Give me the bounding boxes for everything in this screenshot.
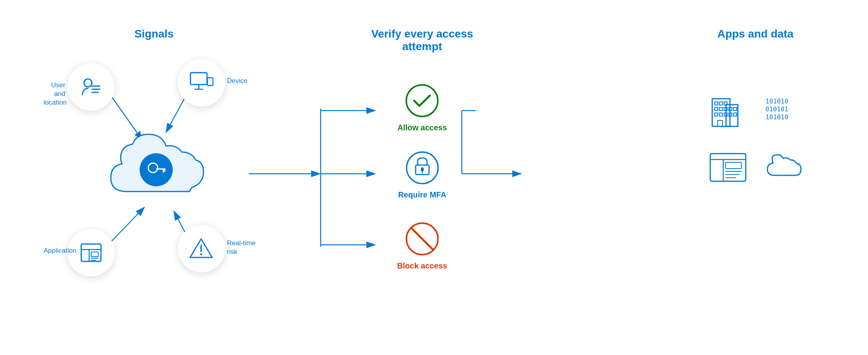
block-access-label: Block access xyxy=(397,261,447,270)
svg-rect-13 xyxy=(190,73,207,85)
svg-rect-62 xyxy=(726,162,741,169)
cloud-apps-icon xyxy=(763,154,803,183)
cloud-icon xyxy=(95,130,213,209)
application-icon xyxy=(79,241,103,265)
svg-rect-48 xyxy=(715,113,718,116)
svg-point-37 xyxy=(421,167,424,170)
user-location-label: User andlocation xyxy=(44,81,65,107)
user-list-icon xyxy=(79,75,103,99)
svg-rect-46 xyxy=(719,107,722,111)
apps-section: Apps and data xyxy=(687,20,825,336)
svg-rect-55 xyxy=(718,120,722,126)
svg-line-39 xyxy=(411,228,433,250)
block-access-item: Block access xyxy=(397,221,447,270)
svg-rect-59 xyxy=(710,154,746,181)
device-circle xyxy=(178,59,225,107)
require-mfa-item: Require MFA xyxy=(398,150,446,199)
require-mfa-label: Require MFA xyxy=(398,190,446,199)
allow-icon xyxy=(405,83,440,118)
realtime-risk-label: Real-timerisk xyxy=(227,239,256,256)
svg-text:101010: 101010 xyxy=(765,98,788,105)
svg-point-18 xyxy=(140,153,173,186)
svg-rect-43 xyxy=(719,102,722,105)
mfa-icon xyxy=(405,150,440,186)
apps-grid: 101010 010101 101010 xyxy=(708,91,803,185)
svg-text:010101: 010101 xyxy=(765,105,788,113)
user-location-circle xyxy=(67,63,115,111)
allow-access-label: Allow access xyxy=(398,123,447,132)
cloud-container xyxy=(95,130,213,209)
block-icon xyxy=(404,221,440,257)
device-icon xyxy=(189,72,214,94)
device-label: Device xyxy=(227,77,248,85)
signals-title: Signals xyxy=(134,28,174,40)
svg-rect-42 xyxy=(715,102,718,105)
application-label: Application xyxy=(44,247,77,255)
svg-rect-54 xyxy=(734,113,737,116)
realtime-risk-circle xyxy=(178,225,225,272)
verify-section: Verify every accessattempt Allow access … xyxy=(340,20,505,336)
app-window-icon xyxy=(708,152,748,185)
svg-point-31 xyxy=(200,254,202,255)
svg-point-9 xyxy=(84,79,92,87)
building-icon xyxy=(708,91,748,132)
verify-title: Verify every accessattempt xyxy=(343,28,501,53)
diagram: Signals User andlocation xyxy=(20,10,848,346)
signals-section: Signals User andlocation xyxy=(44,20,265,336)
binary-data-icon: 101010 010101 101010 xyxy=(763,95,803,128)
svg-text:101010: 101010 xyxy=(765,113,788,121)
apps-title: Apps and data xyxy=(717,28,793,40)
svg-rect-52 xyxy=(734,107,737,111)
svg-rect-45 xyxy=(715,107,718,111)
svg-rect-26 xyxy=(91,252,98,257)
svg-rect-49 xyxy=(719,113,722,116)
warning-icon xyxy=(189,236,214,261)
svg-point-32 xyxy=(407,85,438,116)
allow-access-item: Allow access xyxy=(398,83,447,132)
